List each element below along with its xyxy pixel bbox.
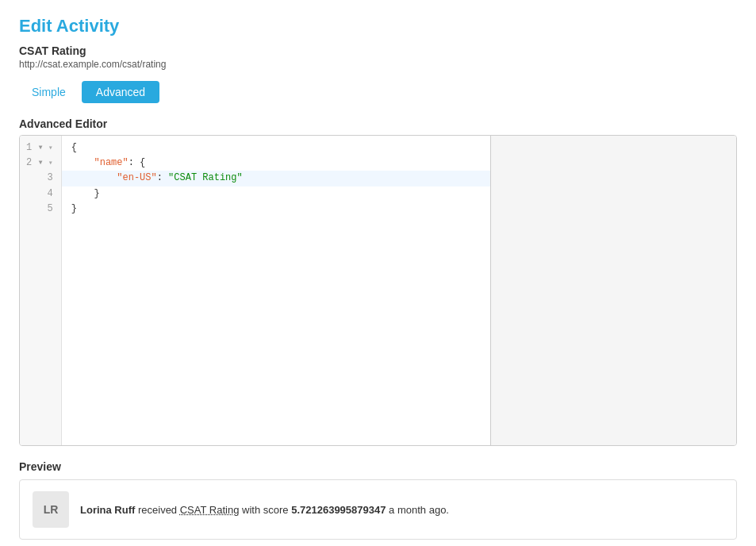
tab-advanced[interactable]: Advanced	[82, 81, 159, 103]
activity-url: http://csat.example.com/csat/rating	[19, 59, 737, 70]
preview-with-score: with score	[242, 504, 289, 516]
line-number-3: 3	[20, 171, 61, 186]
advanced-editor: 1 ▾2 ▾345 { "name": { "en-US": "CSAT Rat…	[19, 135, 737, 446]
line-number-1: 1 ▾	[20, 140, 61, 156]
code-area[interactable]: { "name": { "en-US": "CSAT Rating" }}	[62, 136, 490, 445]
code-line-5: }	[62, 202, 490, 217]
code-line-3: "en-US": "CSAT Rating"	[62, 171, 490, 186]
editor-right-panel	[490, 136, 736, 445]
line-numbers: 1 ▾2 ▾345	[20, 136, 62, 445]
preview-section: Preview LR Lorina Ruff received CSAT Rat…	[19, 460, 737, 540]
tab-bar: Simple Advanced	[19, 81, 737, 103]
activity-name: CSAT Rating	[19, 44, 737, 57]
preview-activity-name: CSAT Rating	[180, 504, 240, 516]
avatar: LR	[33, 491, 69, 528]
code-line-4: }	[62, 186, 490, 202]
line-number-2: 2 ▾	[20, 156, 61, 171]
editor-section-label: Advanced Editor	[19, 117, 737, 130]
page-title: Edit Activity	[19, 16, 737, 37]
code-line-1: {	[62, 140, 490, 156]
line-number-4: 4	[20, 186, 61, 202]
preview-score: 5.721263995879347	[291, 504, 386, 516]
preview-card: LR Lorina Ruff received CSAT Rating with…	[19, 479, 737, 540]
code-line-2: "name": {	[62, 156, 490, 171]
preview-username: Lorina Ruff	[80, 504, 135, 516]
preview-label: Preview	[19, 460, 737, 473]
preview-text: Lorina Ruff received CSAT Rating with sc…	[80, 504, 449, 516]
tab-simple[interactable]: Simple	[19, 81, 79, 103]
preview-time: a month ago.	[389, 504, 449, 516]
line-number-5: 5	[20, 202, 61, 217]
preview-verb: received	[138, 504, 177, 516]
